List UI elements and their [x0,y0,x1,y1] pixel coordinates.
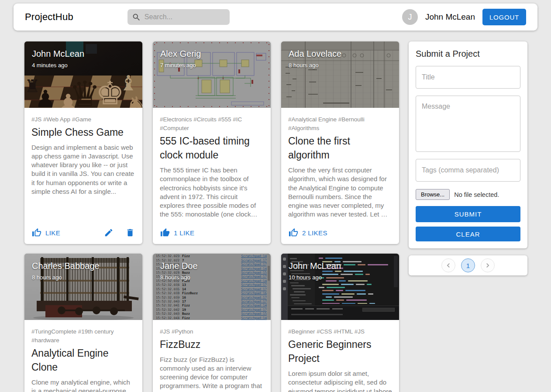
card-tags: #JS #Python [160,327,264,336]
card-time: 8 hours ago [160,274,198,281]
card-description: Lorem ipsum dolor sit amet, consectetur … [288,369,392,392]
image-caption: Ada Lovelace 8 hours ago [289,49,341,69]
project-card-first-algorithm: Ada Lovelace 8 hours ago #Analytical Eng… [281,41,399,244]
card-body: #JS #Web App #Game Simple Chess Game Des… [24,108,142,196]
card-body: #Electronics #Circuits #555 #IC #Compute… [153,108,271,219]
browse-button[interactable]: Browse... [416,189,450,200]
card-image-code-editor: John McLean 10 hours ago [281,254,399,320]
owner-actions [104,228,135,237]
card-tags: #JS #Web App #Game [31,115,135,124]
like-label: 1 LIKE [174,229,194,237]
clear-button[interactable]: CLEAR [416,227,520,241]
card-author: John McLean [289,261,341,271]
edit-pencil-icon [104,228,114,237]
card-footer: 1 LIKE [153,222,271,244]
image-caption: Alex Gerig 7 minutes ago [160,49,201,69]
card-description: Clone my analytical engine, which is a m… [31,378,135,392]
project-card-analytical-engine-clone: Charles Babbage 8 hours ago #TuringCompl… [24,254,142,392]
card-body: #JS #Python FizzBuzz Fizz buzz (or FizzB… [153,320,271,392]
card-title: Clone the first algorithm [288,134,392,162]
card-title: Generic Beginners Project [288,337,392,365]
submit-button[interactable]: SUBMIT [416,206,520,222]
submit-project-form: Submit a Project Browse... No file selec… [409,41,527,248]
search-input[interactable] [145,13,225,21]
card-tags: #Analytical Engine #Bernoulli #Algorithm… [288,115,392,133]
card-author: Ada Lovelace [289,49,341,59]
user-name: John McLean [425,12,475,22]
card-time: 8 hours ago [32,274,100,281]
card-title: FizzBuzz [160,337,264,351]
card-description: The 555 timer IC has been commonplace in… [160,166,264,219]
next-page-button[interactable] [481,258,495,272]
image-caption: John McLean 10 hours ago [289,261,341,281]
card-footer: 2 LIKES [281,222,399,244]
card-time: 8 hours ago [289,62,341,69]
sidebar: Submit a Project Browse... No file selec… [409,41,527,275]
card-title: Simple Chess Game [31,125,135,139]
project-card-grid: ♜ ♟ ♟ ♛ ♚ ♝ ♞ John McLean 4 minutes ago [24,41,399,392]
card-author: John McLean [32,49,84,59]
card-image-console: 15:52:32.020FizzScratchpad:1415:52:32.02… [153,254,271,320]
like-button[interactable]: 2 LIKES [289,228,327,237]
file-status-text: No file selected. [454,191,499,198]
trash-icon [125,228,135,237]
form-title: Submit a Project [416,49,520,59]
thumb-up-filled-icon [160,228,170,237]
card-author: Charles Babbage [32,261,100,271]
editor-activity-bar [281,254,288,320]
card-author: Jane Doe [160,261,198,271]
previous-page-button[interactable] [441,258,455,272]
appbar-user-area: J John McLean LOGOUT [402,9,526,25]
message-input[interactable] [416,96,520,152]
project-card-simple-chess-game: ♜ ♟ ♟ ♛ ♚ ♝ ♞ John McLean 4 minutes ago [24,41,142,244]
search-icon [132,13,141,22]
file-input-row: Browse... No file selected. [416,189,520,200]
main-content: ♜ ♟ ♟ ♛ ♚ ♝ ♞ John McLean 4 minutes ago [0,31,551,392]
card-tags: #Electronics #Circuits #555 #IC #Compute… [160,115,264,133]
card-description: Clone the very first computer algorithm,… [288,166,392,219]
image-caption: Charles Babbage 8 hours ago [32,261,100,281]
thumb-up-outline-icon [289,228,298,237]
like-button[interactable]: LIKE [32,228,60,237]
card-body: #Analytical Engine #Bernoulli #Algorithm… [281,108,399,219]
title-input[interactable] [416,66,520,89]
like-label: LIKE [45,229,60,237]
card-tags: #TuringComplete #19th century #hardware [31,327,135,345]
project-card-generic-beginners-project: John McLean 10 hours ago #Beginner #CSS … [281,254,399,392]
chevron-right-icon [483,261,492,270]
card-time: 7 minutes ago [160,62,201,69]
card-description: Fizz buzz (or FizzBuzz) is commonly used… [160,355,264,392]
card-body: #Beginner #CSS #HTML #JS Generic Beginne… [281,320,399,392]
project-card-555-timing-clock: Alex Gerig 7 minutes ago #Electronics #C… [153,41,271,244]
project-card-fizzbuzz: 15:52:32.020FizzScratchpad:1415:52:32.02… [153,254,271,392]
card-description: Design and implement a basic web app che… [31,143,135,196]
image-caption: John McLean 4 minutes ago [32,49,84,69]
card-title: 555 IC-based timing clock module [160,134,264,162]
edit-button[interactable] [104,228,114,237]
avatar: J [402,9,418,25]
card-author: Alex Gerig [160,49,201,59]
image-caption: Jane Doe 8 hours ago [160,261,198,281]
tags-input[interactable] [416,159,520,182]
delete-button[interactable] [125,228,135,237]
card-time: 10 hours ago [289,274,341,281]
search-box[interactable] [127,9,230,25]
card-title: Analytical Engine Clone [31,346,135,374]
app-bar: ProjectHub J John McLean LOGOUT [14,3,537,31]
chevron-left-icon [444,261,453,270]
pagination: 1 [409,255,527,275]
card-time: 4 minutes ago [32,62,84,69]
logout-button[interactable]: LOGOUT [482,9,526,25]
card-tags: #Beginner #CSS #HTML #JS [288,327,392,336]
page-1-button[interactable]: 1 [461,258,475,272]
card-image-schematic: Alex Gerig 7 minutes ago [153,41,271,108]
card-body: #TuringComplete #19th century #hardware … [24,320,142,392]
card-footer: LIKE [24,222,142,244]
brand-logo: ProjectHub [25,11,73,23]
card-image-document: Ada Lovelace 8 hours ago [281,41,399,108]
like-button[interactable]: 1 LIKE [160,228,194,237]
card-image-chess: ♜ ♟ ♟ ♛ ♚ ♝ ♞ John McLean 4 minutes ago [24,41,142,108]
card-image-machine: Charles Babbage 8 hours ago [24,254,142,320]
thumb-up-outline-icon [32,228,41,237]
like-label: 2 LIKES [302,229,327,237]
